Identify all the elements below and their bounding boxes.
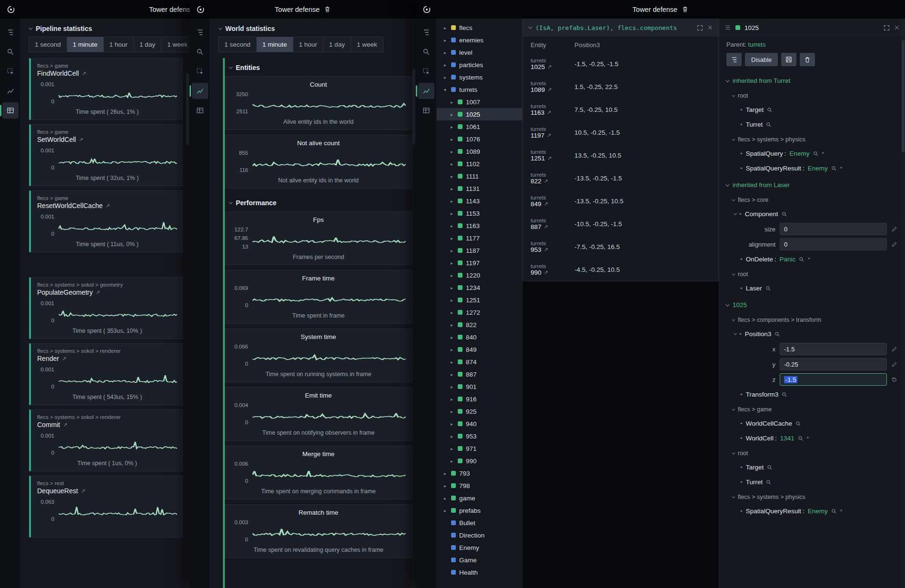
tree-item[interactable]: ▸ 1177 <box>437 232 522 244</box>
field-value-input[interactable]: -0.25 <box>780 358 887 370</box>
expand-arrow-icon[interactable]: ▸ <box>442 483 448 488</box>
tree-item[interactable]: ▸ 798 <box>437 479 522 492</box>
expand-icon[interactable] <box>697 25 703 31</box>
expand-arrow-icon[interactable]: ▸ <box>449 397 454 402</box>
component-row[interactable]: • Target <box>719 460 905 475</box>
expand-arrow-icon[interactable]: ▸ <box>442 75 448 80</box>
query-result-row[interactable]: turrets 822↗ -13.5, -0.25, -1.5 <box>523 167 718 189</box>
external-link-icon[interactable]: ↗ <box>544 178 548 184</box>
expand-arrow-icon[interactable]: ▸ <box>449 186 454 191</box>
search-icon[interactable] <box>766 479 772 485</box>
search-icon[interactable] <box>767 107 773 113</box>
tree-item[interactable]: ▸ 840 <box>437 331 522 343</box>
select-icon[interactable] <box>192 63 208 80</box>
expand-arrow-icon[interactable]: ▸ <box>449 248 454 253</box>
scrollbar[interactable] <box>901 19 905 588</box>
external-link-icon[interactable]: ↗ <box>96 289 100 296</box>
time-range-tab[interactable]: 1 second <box>218 37 257 52</box>
system-link[interactable]: ResetWorldCellCache <box>37 202 102 209</box>
expand-arrow-icon[interactable]: ▸ <box>442 471 448 476</box>
external-link-icon[interactable]: ↗ <box>547 87 552 93</box>
expand-arrow-icon[interactable]: ▸ <box>449 335 454 340</box>
expand-arrow-icon[interactable]: ▸ <box>449 199 454 204</box>
expand-arrow-icon[interactable]: ▸ <box>449 161 454 167</box>
tree-item[interactable]: ▸ particles <box>437 59 522 71</box>
tree-item[interactable]: ▸ 1197 <box>437 257 522 269</box>
pair-row[interactable]: • SpatialQueryResult : Enemy * <box>719 504 905 518</box>
component-row[interactable]: • Transform3 <box>719 387 905 402</box>
component-row[interactable]: • Laser <box>719 281 905 296</box>
grid-icon[interactable] <box>192 102 208 119</box>
search-icon[interactable] <box>831 508 837 514</box>
scope-group-header[interactable]: flecs > game <box>719 402 905 416</box>
pair-row[interactable]: • WorldCell : 1341 * <box>719 431 905 446</box>
edit-icon[interactable] <box>891 346 899 352</box>
tree-item[interactable]: Health <box>437 566 522 578</box>
save-button[interactable] <box>781 53 796 66</box>
time-range-tab[interactable]: 1 minute <box>67 37 104 52</box>
external-link-icon[interactable]: ↗ <box>547 132 551 139</box>
search-icon[interactable] <box>831 166 837 171</box>
expand-arrow-icon[interactable]: ▸ <box>449 273 454 278</box>
tree-item[interactable]: ▾ turrets <box>437 83 522 96</box>
external-link-icon[interactable]: ↗ <box>81 488 85 494</box>
scope-group-header[interactable]: flecs > components > transform <box>719 312 905 327</box>
time-range-tab[interactable]: 1 second <box>29 37 67 52</box>
chart-icon[interactable] <box>192 83 208 99</box>
time-range-tab[interactable]: 1 day <box>323 37 351 52</box>
expand-arrow-icon[interactable]: ▸ <box>449 285 454 290</box>
component-row[interactable]: • Turret <box>719 475 905 489</box>
tree-icon[interactable] <box>418 24 434 40</box>
tree-icon[interactable] <box>2 24 19 40</box>
grid-icon[interactable] <box>418 102 434 119</box>
expand-arrow-icon[interactable]: ▸ <box>442 508 448 513</box>
delete-button[interactable] <box>800 53 815 66</box>
time-range-tab[interactable]: 1 day <box>133 37 161 52</box>
expand-arrow-icon[interactable]: ▸ <box>449 174 454 179</box>
scrollbar[interactable] <box>412 19 416 588</box>
component-row[interactable]: • Turret <box>719 117 905 132</box>
tree-item[interactable]: ▸ 940 <box>437 418 522 430</box>
entity-id-link[interactable]: 849 <box>531 200 542 208</box>
tree-item[interactable]: ▸ 901 <box>437 380 522 393</box>
search-icon[interactable] <box>765 286 771 291</box>
search-icon[interactable] <box>798 436 804 441</box>
panel-header[interactable]: World statistics <box>211 19 416 37</box>
tree-item[interactable]: ▸ 1153 <box>437 207 522 219</box>
expand-arrow-icon[interactable]: ▸ <box>449 372 454 377</box>
search-icon[interactable] <box>782 211 787 217</box>
pair-value-link[interactable]: Enemy <box>790 150 810 157</box>
search-icon[interactable] <box>799 257 804 262</box>
expand-arrow-icon[interactable]: ▸ <box>449 434 454 439</box>
expandable-component-row[interactable]: • Component <box>719 207 905 221</box>
expand-arrow-icon[interactable]: ▸ <box>449 384 454 389</box>
grid-icon[interactable] <box>2 102 19 119</box>
external-link-icon[interactable]: ↗ <box>79 137 83 143</box>
stats-section-header[interactable]: Entities <box>225 58 412 76</box>
tree-item[interactable]: Bullet <box>437 517 522 529</box>
tree-item[interactable]: ▸ 925 <box>437 405 522 418</box>
expand-arrow-icon[interactable]: ▸ <box>442 38 448 43</box>
system-link[interactable]: DequeueRest <box>37 487 78 495</box>
tree-item[interactable]: ▸ 1220 <box>437 269 522 281</box>
expand-arrow-icon[interactable]: ▸ <box>449 298 454 303</box>
parent-link[interactable]: turrets <box>748 41 766 48</box>
tree-item[interactable]: ▸ 971 <box>437 442 522 455</box>
panel-header[interactable]: Pipeline statistics <box>21 19 190 37</box>
query-result-row[interactable]: turrets 990↗ -4.5, -0.25, 10.5 <box>523 258 718 281</box>
tree-item[interactable]: ▸ 793 <box>437 467 522 479</box>
scope-group-header[interactable]: flecs > systems > physics <box>719 132 905 146</box>
scope-group-header[interactable]: root <box>719 446 905 460</box>
system-link[interactable]: SetWorldCell <box>37 136 76 143</box>
chart-icon[interactable] <box>2 83 19 99</box>
inspector-section-header[interactable]: 1025 <box>719 296 905 312</box>
search-icon[interactable] <box>795 421 801 427</box>
entity-id-link[interactable]: 887 <box>531 223 542 230</box>
inspector-section-header[interactable]: inherited from Turret <box>719 71 905 88</box>
tree-item[interactable]: ▸ 1007 <box>437 96 522 108</box>
tree-item[interactable]: ▸ 849 <box>437 343 522 356</box>
tree-item[interactable]: Direction <box>437 529 522 541</box>
expand-arrow-icon[interactable]: ▸ <box>442 50 448 55</box>
scope-group-header[interactable]: root <box>719 88 905 102</box>
close-icon[interactable] <box>894 25 900 30</box>
